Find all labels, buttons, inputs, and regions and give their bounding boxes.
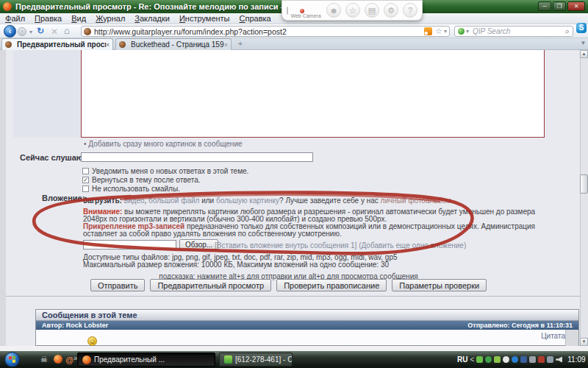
notify-checkbox-row[interactable]: Уведомить меня о новых ответах в этой те…	[82, 167, 248, 175]
windows-logo-icon	[9, 356, 15, 364]
webcam-record-dot-icon	[300, 9, 304, 13]
topic-messages-header: Сообщения в этой теме	[36, 310, 578, 321]
tray-leaf-icon[interactable]	[494, 356, 501, 363]
help-icon[interactable]: ?	[403, 3, 417, 18]
preview-button[interactable]: Предварительный просмотр	[150, 279, 271, 291]
tray-display-icon[interactable]	[529, 356, 536, 363]
big-image-link[interactable]: большую картинку	[216, 197, 279, 205]
skype-icon[interactable]: S	[576, 23, 587, 33]
new-tab-button[interactable]: +	[235, 40, 245, 49]
spellcheck-button[interactable]: Проверить правописание	[276, 279, 387, 291]
message-preview-box	[81, 50, 545, 138]
photoalbum-link[interactable]: личный фотоальбом	[381, 197, 451, 205]
tray-green-app-icon[interactable]	[476, 356, 483, 363]
url-bar[interactable]: http://www.guitarplayer.ru/forum/index.p…	[81, 26, 450, 37]
quote-link[interactable]: Цитата	[541, 332, 565, 340]
add-many-images-link[interactable]: • Добавить сразу много картинок в сообще…	[84, 140, 243, 148]
check-options-button[interactable]: Параметры проверки	[392, 279, 487, 291]
minimize-button[interactable]: ─	[538, 1, 551, 11]
return-label: Вернуться в тему после ответа.	[92, 176, 201, 184]
tray-messenger-icon[interactable]	[503, 356, 509, 363]
menu-history[interactable]: Журнал	[96, 14, 125, 23]
video-link[interactable]: видео	[124, 197, 145, 205]
language-indicator[interactable]: RU	[457, 355, 467, 364]
menu-help[interactable]: Справка	[240, 14, 271, 23]
bookmark-star-icon[interactable]: ☆	[435, 26, 442, 36]
insert-attachment-link[interactable]: [Вставить вложение внутрь сообщения 1]	[215, 241, 356, 250]
sep: или	[199, 197, 216, 205]
search-bar[interactable]: ▾ QIP Search ⌕	[454, 26, 573, 37]
forward-button[interactable]: ›	[18, 27, 26, 36]
tray-qip-flower-icon[interactable]	[485, 356, 492, 363]
rss-icon[interactable]	[424, 27, 432, 35]
taskbar-item-firefox[interactable]: Предварительный ...	[77, 353, 215, 367]
attachment-mp3-paragraph: Прикрепление mp3-записей предназначено т…	[83, 223, 551, 238]
search-icon[interactable]: ⌕	[565, 26, 570, 36]
back-button[interactable]: ‹	[4, 25, 16, 38]
quicklaunch-mail-icon[interactable]: @	[65, 353, 74, 367]
attachment-rules: Внимание: вы можете прикреплять картинки…	[83, 208, 551, 238]
menu-bookmarks[interactable]: Закладки	[135, 14, 170, 23]
tab-buckethead[interactable]: Buckethead - Страница 159 ×	[115, 38, 232, 50]
tab-preview[interactable]: Предварительный просмотр - R... ×	[1, 38, 113, 50]
close-button[interactable]: ✕	[567, 1, 585, 11]
url-text[interactable]: http://www.guitarplayer.ru/forum/index.p…	[94, 27, 422, 36]
search-input[interactable]: QIP Search	[473, 27, 565, 35]
tab-favicon	[5, 41, 12, 48]
tab-close-icon[interactable]: ×	[106, 41, 110, 49]
menu-edit[interactable]: Правка	[35, 14, 62, 23]
now-listening-label: Сейчас слушаю:	[20, 153, 86, 162]
tray-blue-app-icon[interactable]	[520, 356, 527, 363]
url-dropdown-caret-icon[interactable]: ▾	[444, 28, 447, 35]
no-smileys-checkbox[interactable]	[82, 185, 89, 192]
return-checkbox[interactable]: ✓	[82, 177, 89, 183]
taskbar-item-qip[interactable]: [612-278-461] - Окн...	[219, 353, 293, 367]
contacts-icon[interactable]: ☻	[326, 3, 341, 18]
return-checkbox-row[interactable]: ✓ Вернуться в тему после ответа.	[82, 176, 201, 184]
search-engine-icon[interactable]	[458, 28, 465, 35]
scrollbar-thumb[interactable]	[580, 174, 588, 194]
send-button[interactable]: Отправить	[90, 279, 146, 291]
home-icon[interactable]: ⌂	[64, 26, 70, 36]
preview-left-column	[13, 50, 81, 138]
menu-view[interactable]: Вид	[71, 14, 86, 23]
menu-tools[interactable]: Инструменты	[179, 14, 230, 23]
browse-button[interactable]: Обзор...	[179, 239, 218, 250]
edit-icon[interactable]: ▤	[365, 3, 379, 18]
taskbar-clock[interactable]: 11:09	[567, 355, 585, 364]
attachment-file-input[interactable]	[83, 240, 176, 250]
settings-wrench-icon[interactable]: ⚙	[384, 3, 398, 18]
tray-red-app-icon[interactable]	[538, 356, 545, 363]
topic-messages-section: Сообщения в этой теме Автор: Rock Lobste…	[35, 309, 579, 346]
upload-mid-text: ? Лучше заведите себе у нас	[279, 197, 381, 205]
add-attachment-link[interactable]: (Добавить еще одно вложение)	[359, 241, 466, 250]
now-listening-input[interactable]	[81, 152, 313, 162]
tray-bluetooth-icon[interactable]	[512, 356, 518, 363]
form-buttons: Отправить Предварительный просмотр Прове…	[88, 279, 489, 291]
tray-volume-icon[interactable]	[556, 356, 562, 363]
quicklaunch-firefox-icon[interactable]	[54, 355, 62, 364]
tray-network-icon[interactable]	[547, 356, 553, 363]
tab-close-icon[interactable]: ×	[224, 41, 228, 49]
tab-label: Предварительный просмотр - R...	[17, 40, 106, 49]
scroll-up-icon[interactable]: ▲	[580, 50, 588, 58]
no-smileys-label: Не использовать смайлы.	[92, 185, 180, 193]
start-button[interactable]	[4, 352, 20, 367]
message-meta-bar: Автор: Rock Lobster Отправлено: Сегодня …	[36, 321, 578, 330]
tray-collapse-chevron[interactable]: <	[470, 355, 474, 364]
maximize-button[interactable]: ❐	[553, 1, 566, 11]
no-smileys-checkbox-row[interactable]: Не использовать смайлы.	[82, 185, 180, 193]
notify-checkbox[interactable]	[82, 168, 89, 174]
menu-file[interactable]: Файл	[5, 14, 25, 23]
star-icon[interactable]: ☆	[345, 3, 360, 18]
search-engine-caret-icon[interactable]: ▾	[466, 28, 469, 35]
back-history-caret-icon[interactable]: ▾	[29, 29, 32, 35]
refresh-icon[interactable]: ↻	[37, 26, 44, 36]
webcam-overlay-widget[interactable]: Web Camera ☻ ☆ ▤ ⚙ ?	[282, 0, 423, 21]
quicklaunch-skull-icon[interactable]: ☠	[40, 352, 48, 367]
scroll-down-icon[interactable]: ▼	[580, 338, 588, 346]
list-all-tabs-icon[interactable]: ▼	[579, 40, 587, 49]
section-divider	[6, 296, 580, 297]
big-file-link[interactable]: большой файл	[148, 197, 199, 205]
page-scrollbar[interactable]	[580, 50, 588, 346]
